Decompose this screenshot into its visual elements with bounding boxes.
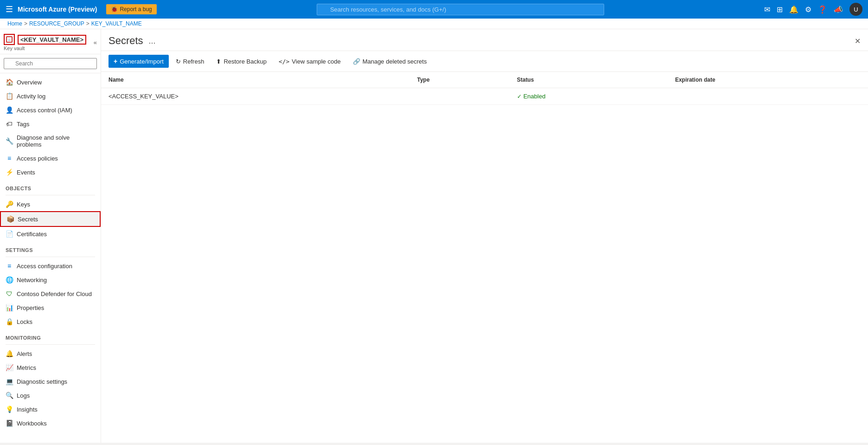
access-policies-icon: ≡ <box>6 155 13 162</box>
restore-backup-label: Restore Backup <box>223 58 267 65</box>
row-type <box>409 88 509 105</box>
row-status: ✓ Enabled <box>510 88 668 105</box>
breadcrumb-resource-group[interactable]: RESOURCE_GROUP <box>29 20 84 27</box>
sidebar-item-diagnose[interactable]: 🔧 Diagnose and solve problems <box>0 131 101 151</box>
sidebar-item-events[interactable]: ⚡ Events <box>0 165 101 179</box>
certificates-icon: 📄 <box>6 230 13 238</box>
sidebar-label-access-control: Access control (IAM) <box>17 107 72 114</box>
sidebar-item-properties[interactable]: 📊 Properties <box>0 301 101 315</box>
hamburger-icon[interactable]: ☰ <box>6 4 13 14</box>
status-check-icon: ✓ <box>517 93 522 100</box>
kv-icon: ⌂ <box>4 34 15 45</box>
avatar[interactable]: U <box>849 3 862 16</box>
sidebar-item-certificates[interactable]: 📄 Certificates <box>0 227 101 241</box>
breadcrumb-sep1: > <box>24 20 27 27</box>
defender-icon: 🛡 <box>6 290 13 297</box>
manage-deleted-button[interactable]: 🔗 Manage deleted secrets <box>348 55 432 68</box>
content-more-icon[interactable]: ... <box>149 36 156 46</box>
breadcrumb-key-vault[interactable]: KEY_VAULT_NAME <box>91 20 142 27</box>
help-icon[interactable]: ❓ <box>818 5 827 14</box>
breadcrumb-home[interactable]: Home <box>7 20 22 27</box>
sidebar-header: ⌂ <KEY_VAULT_NAME> Key vault « <box>0 29 101 54</box>
sidebar-label-overview: Overview <box>17 79 42 86</box>
sidebar-item-access-control[interactable]: 👤 Access control (IAM) <box>0 103 101 117</box>
sidebar-label-locks: Locks <box>17 318 32 325</box>
sidebar-item-activity-log[interactable]: 📋 Activity log <box>0 89 101 103</box>
settings-divider <box>6 257 95 257</box>
sidebar-item-networking[interactable]: 🌐 Networking <box>0 273 101 287</box>
feedback-icon[interactable]: 📣 <box>834 5 843 14</box>
sidebar-item-metrics[interactable]: 📈 Metrics <box>0 361 101 374</box>
sidebar-label-properties: Properties <box>17 304 44 311</box>
main-layout: ⌂ <KEY_VAULT_NAME> Key vault « 🔍 🏠 Overv… <box>0 29 868 443</box>
monitoring-divider <box>6 344 95 345</box>
toolbar: + Generate/Import ↻ Refresh ⬆ Restore Ba… <box>101 51 868 72</box>
generate-import-icon: + <box>114 58 117 65</box>
sidebar-item-alerts[interactable]: 🔔 Alerts <box>0 347 101 361</box>
sidebar-label-diagnostic-settings: Diagnostic settings <box>17 378 67 385</box>
sidebar-item-logs[interactable]: 🔍 Logs <box>0 388 101 402</box>
settings-icon[interactable]: ⚙ <box>805 5 811 14</box>
refresh-button[interactable]: ↻ Refresh <box>171 55 210 68</box>
content-area: Secrets ... ✕ + Generate/Import ↻ Refres… <box>101 29 868 443</box>
col-name: Name <box>101 72 409 88</box>
content-title: Secrets <box>108 35 143 47</box>
sidebar-item-workbooks[interactable]: 📓 Workbooks <box>0 416 101 430</box>
secrets-table: Name Type Status Expiration date <ACCESS… <box>101 72 868 105</box>
view-sample-code-label: View sample code <box>292 58 340 65</box>
sidebar-item-locks[interactable]: 🔒 Locks <box>0 315 101 329</box>
sidebar-item-overview[interactable]: 🏠 Overview <box>0 75 101 89</box>
sidebar-label-access-policies: Access policies <box>17 155 58 162</box>
sidebar-item-keys[interactable]: 🔑 Keys <box>0 197 101 211</box>
events-icon: ⚡ <box>6 168 13 176</box>
table-row[interactable]: <ACCESS_KEY_VALUE> ✓ Enabled <box>101 88 868 105</box>
content-close-icon[interactable]: ✕ <box>855 37 861 45</box>
status-label: Enabled <box>523 93 546 100</box>
sidebar-label-tags: Tags <box>17 121 29 128</box>
sidebar-label-activity-log: Activity log <box>17 93 45 100</box>
sidebar-label-contoso-defender: Contoso Defender for Cloud <box>17 290 92 297</box>
svg-text:⌂: ⌂ <box>8 38 10 41</box>
generate-import-button[interactable]: + Generate/Import <box>108 55 169 68</box>
sidebar-vault-name[interactable]: <KEY_VAULT_NAME> <box>18 35 86 45</box>
activity-log-icon: 📋 <box>6 92 13 100</box>
alerts-icon: 🔔 <box>6 350 13 357</box>
manage-deleted-label: Manage deleted secrets <box>363 58 427 65</box>
insights-icon: 💡 <box>6 406 13 413</box>
locks-icon: 🔒 <box>6 318 13 325</box>
restore-backup-button[interactable]: ⬆ Restore Backup <box>211 55 272 68</box>
sidebar-item-insights[interactable]: 💡 Insights <box>0 402 101 416</box>
generate-import-label: Generate/Import <box>120 58 164 65</box>
report-bug-button[interactable]: 🐞 Report a bug <box>106 4 156 14</box>
sidebar-label-metrics: Metrics <box>17 364 36 371</box>
sidebar-item-contoso-defender[interactable]: 🛡 Contoso Defender for Cloud <box>0 287 101 301</box>
sidebar-item-secrets[interactable]: 📦 Secrets <box>0 211 101 227</box>
objects-divider <box>6 195 95 195</box>
sidebar-vault-subtitle: Key vault <box>4 45 90 51</box>
bug-icon: 🐞 <box>111 6 118 13</box>
notification-icon[interactable]: 🔔 <box>789 5 798 14</box>
sidebar-item-access-configuration[interactable]: ≡ Access configuration <box>0 259 101 273</box>
view-sample-code-button[interactable]: </> View sample code <box>274 55 346 68</box>
portal-icon[interactable]: ⊞ <box>777 5 783 14</box>
networking-icon: 🌐 <box>6 276 13 284</box>
sidebar-label-insights: Insights <box>17 406 38 413</box>
keys-icon: 🔑 <box>6 200 13 208</box>
objects-section-label: Objects <box>0 179 101 193</box>
properties-icon: 📊 <box>6 304 13 311</box>
diagnose-icon: 🔧 <box>6 137 13 145</box>
sidebar-search-input[interactable] <box>4 58 97 69</box>
manage-deleted-icon: 🔗 <box>353 58 360 65</box>
sidebar: ⌂ <KEY_VAULT_NAME> Key vault « 🔍 🏠 Overv… <box>0 29 101 443</box>
view-sample-code-icon: </> <box>279 58 289 65</box>
email-icon[interactable]: ✉ <box>764 5 770 14</box>
report-bug-label: Report a bug <box>120 6 152 13</box>
sidebar-item-diagnostic-settings[interactable]: 💻 Diagnostic settings <box>0 374 101 388</box>
topbar-search-input[interactable] <box>317 4 604 15</box>
sidebar-label-events: Events <box>17 169 35 176</box>
row-name[interactable]: <ACCESS_KEY_VALUE> <box>101 88 409 105</box>
table-area: Name Type Status Expiration date <ACCESS… <box>101 72 868 443</box>
sidebar-item-tags[interactable]: 🏷 Tags <box>0 117 101 131</box>
sidebar-collapse-icon[interactable]: « <box>94 39 97 46</box>
sidebar-item-access-policies[interactable]: ≡ Access policies <box>0 151 101 165</box>
